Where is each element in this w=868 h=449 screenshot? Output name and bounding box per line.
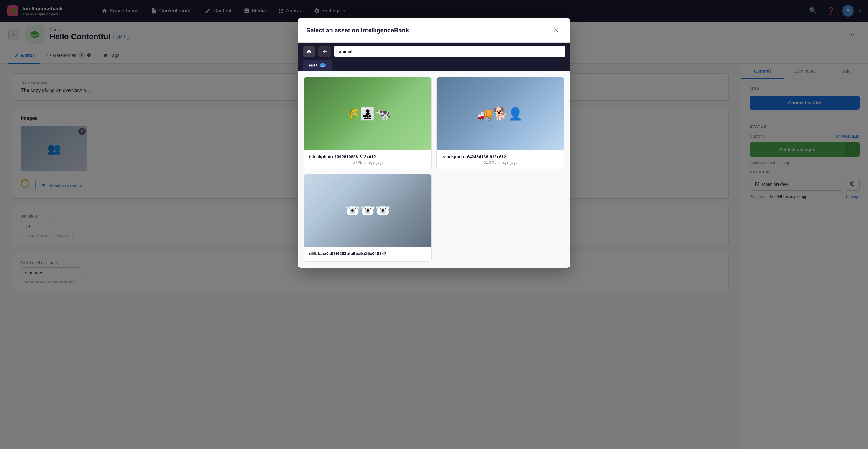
asset-search-input[interactable] — [334, 46, 565, 57]
asset-card-1[interactable]: istockphoto-1092610828-612x612 84 Kb, Im… — [304, 77, 432, 169]
modal-overlay[interactable]: Select an asset on IntelligenceBank File… — [0, 0, 868, 449]
close-icon — [553, 27, 559, 33]
asset-meta-1: 84 Kb, Image (jpg) — [309, 160, 427, 165]
toolbar-home-button[interactable] — [303, 46, 315, 57]
asset-card-3[interactable]: c5fbfaaa0a96f4283bfb6ba5a25c049347 — [304, 174, 432, 262]
asset-info-3: c5fbfaaa0a96f4283bfb6ba5a25c049347 — [304, 247, 431, 261]
files-count-badge: 3 — [319, 63, 326, 67]
back-icon — [322, 49, 328, 54]
home-toolbar-icon — [306, 49, 312, 54]
assets-grid: istockphoto-1092610828-612x612 84 Kb, Im… — [304, 77, 564, 262]
asset-name-2: istockphoto-642454136-612x612 — [441, 154, 559, 159]
select-asset-modal: Select an asset on IntelligenceBank File… — [298, 18, 570, 268]
modal-tab-files[interactable]: Files 3 — [303, 60, 332, 71]
modal-content: istockphoto-1092610828-612x612 84 Kb, Im… — [298, 71, 570, 268]
asset-image-1 — [304, 77, 431, 150]
modal-toolbar — [298, 43, 570, 60]
asset-meta-2: 51.6 Kb, Image (jpg) — [441, 160, 559, 165]
asset-card-2[interactable]: istockphoto-642454136-612x612 51.6 Kb, I… — [436, 77, 564, 169]
toolbar-back-button[interactable] — [318, 46, 331, 57]
asset-image-2 — [437, 77, 564, 150]
modal-header: Select an asset on IntelligenceBank — [298, 18, 570, 43]
asset-info-1: istockphoto-1092610828-612x612 84 Kb, Im… — [304, 150, 431, 169]
modal-tabs: Files 3 — [298, 60, 570, 71]
asset-image-3 — [304, 174, 431, 247]
modal-title: Select an asset on IntelligenceBank — [306, 27, 409, 34]
asset-name-1: istockphoto-1092610828-612x612 — [309, 154, 427, 159]
modal-close-button[interactable] — [551, 25, 562, 36]
asset-info-2: istockphoto-642454136-612x612 51.6 Kb, I… — [437, 150, 564, 169]
asset-name-3: c5fbfaaa0a96f4283bfb6ba5a25c049347 — [309, 251, 427, 256]
